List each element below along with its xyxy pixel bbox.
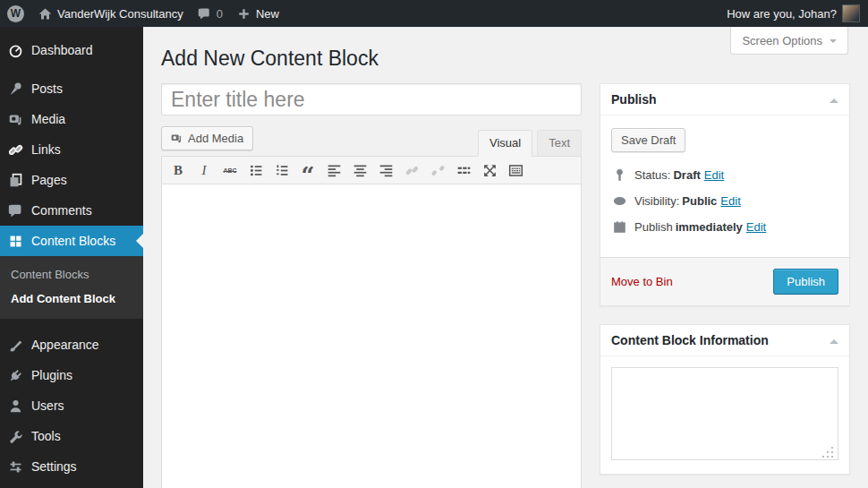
eye-icon [613,194,626,208]
bullet-list-icon [249,163,264,178]
sidebar-item-plugins[interactable]: Plugins [0,360,143,390]
editor-content[interactable] [162,184,581,488]
publishing-actions: Move to Bin Publish [600,257,849,305]
main-content: Screen Options Add New Content Block Add… [143,27,868,488]
sidebar-item-comments[interactable]: Comments [0,195,143,226]
fullscreen-button[interactable] [477,159,502,181]
submenu-item-add-content-block[interactable]: Add Content Block [0,287,143,311]
new-content-menu[interactable]: New [230,0,286,27]
publish-button[interactable]: Publish [773,269,838,295]
submenu-item-content-blocks[interactable]: Content Blocks [0,262,143,287]
comment-bubble-icon [198,7,211,21]
media-row: Add Media Visual Text [161,126,582,156]
sidebar-item-label: Users [31,398,64,413]
sidebar-item-media[interactable]: Media [0,104,143,134]
align-right-button[interactable] [373,159,398,181]
add-media-button[interactable]: Add Media [161,126,253,150]
numbered-list-icon [275,163,290,178]
comment-icon [8,203,23,218]
wordpress-menu[interactable]: W [0,0,31,27]
remove-link-button[interactable] [425,159,450,181]
visibility-label: Visibility: [634,194,679,208]
tab-text[interactable]: Text [537,130,582,156]
sidebar-item-posts[interactable]: Posts [0,73,143,104]
sidebar-item-label: Media [31,112,65,126]
italic-button[interactable]: I [191,159,217,181]
sidebar-item-label: Posts [31,81,63,96]
visibility-value: Public [682,194,717,208]
sidebar-item-label: Dashboard [31,43,93,57]
howdy-text[interactable]: How are you, Johan? [727,7,837,21]
info-panel-header[interactable]: Content Block Information [600,325,849,356]
user-avatar[interactable] [843,5,859,21]
resize-grip-icon[interactable] [831,456,833,458]
home-icon [38,7,52,21]
insert-link-button[interactable] [399,159,424,181]
bullet-list-button[interactable] [243,159,268,181]
edit-schedule-link[interactable]: Edit [746,220,766,234]
grid-icon [8,234,23,249]
content-block-info-panel: Content Block Information [600,324,850,475]
screen-options-button[interactable]: Screen Options [730,27,848,55]
schedule-value: immediately [676,220,743,234]
publish-panel: Publish Save Draft Status:DraftEdit [600,83,850,306]
bold-button[interactable]: B [166,159,191,181]
kitchen-sink-button[interactable] [503,159,528,181]
fullscreen-icon [482,163,498,178]
menu-separator [0,65,143,73]
edit-visibility-link[interactable]: Edit [720,194,740,208]
schedule-row: PublishimmediatelyEdit [613,220,837,234]
strikethrough-button[interactable]: ABC [217,159,243,181]
collapse-icon[interactable] [830,335,838,344]
publish-panel-header[interactable]: Publish [600,84,849,116]
align-center-button[interactable] [347,159,372,181]
edit-status-link[interactable]: Edit [704,168,724,182]
sidebar-item-pages[interactable]: Pages [0,165,143,195]
move-to-bin-link[interactable]: Move to Bin [611,275,673,288]
sliders-icon [8,459,23,475]
sidebar-item-content-blocks[interactable]: Content Blocks [0,226,143,256]
blockquote-button[interactable]: “ [295,159,320,181]
numbered-list-button[interactable] [269,159,294,181]
more-tag-button[interactable] [451,159,476,181]
save-draft-button[interactable]: Save Draft [611,128,685,152]
collapse-icon[interactable] [830,94,838,103]
sidebar-item-label: Settings [31,459,77,474]
content-block-info-textarea[interactable] [611,367,838,460]
sidebar-item-users[interactable]: Users [0,390,143,421]
admin-bar-right: How are you, Johan? [727,0,868,27]
align-left-button[interactable] [321,159,346,181]
sidebar-item-settings[interactable]: Settings [0,451,143,482]
sidebar-item-label: Tools [31,429,61,443]
sidebar-item-links[interactable]: Links [0,134,143,165]
comments-menu[interactable]: 0 [191,0,230,27]
comment-count: 0 [217,7,223,21]
editor: B I ABC “ [161,156,582,488]
align-right-icon [379,163,394,178]
media-icon [171,133,183,144]
wordpress-logo-icon: W [7,5,24,22]
pushpin-icon [8,81,23,97]
more-tag-icon [456,163,472,178]
editor-toolbar: B I ABC “ [162,157,581,184]
chain-icon [8,142,23,158]
sidebar-item-dashboard[interactable]: Dashboard [0,35,143,65]
admin-menu: Dashboard Posts Media Links Pages Commen… [0,27,143,488]
site-name: VanderWijk Consultancy [57,7,183,21]
menu-separator [0,319,143,330]
align-center-icon [353,163,368,178]
site-name-menu[interactable]: VanderWijk Consultancy [31,0,191,27]
link-icon [404,163,420,178]
info-panel-body [600,356,849,474]
sidebar-item-tools[interactable]: Tools [0,421,143,451]
plug-icon [4,364,26,386]
align-left-icon [327,163,342,178]
kitchen-sink-icon [508,163,523,178]
admin-bar: W VanderWijk Consultancy 0 New How are y… [0,0,868,27]
tab-visual[interactable]: Visual [478,130,532,157]
unlink-icon [430,163,446,178]
info-panel-title: Content Block Information [611,333,769,347]
sidebar-item-appearance[interactable]: Appearance [0,330,143,360]
title-input[interactable] [161,83,582,116]
pages-icon [8,173,23,188]
